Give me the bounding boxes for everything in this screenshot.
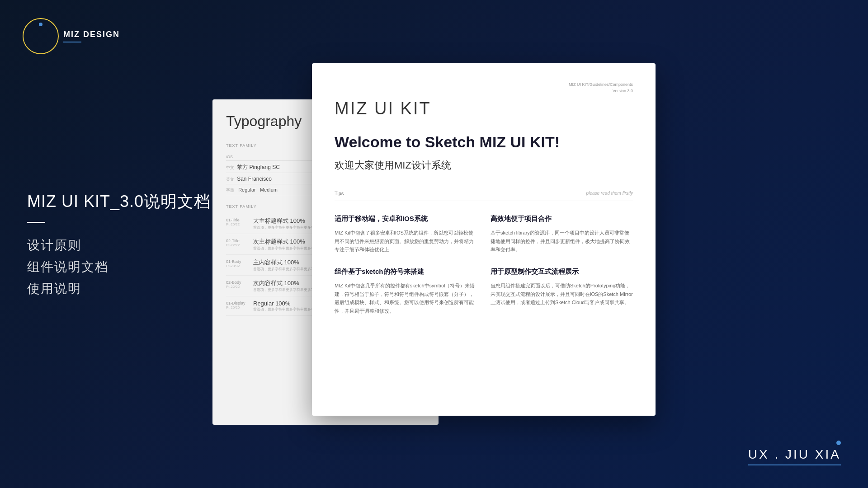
cards-area: MIZ UI KIT/Guidelines/Components Version… xyxy=(212,63,642,425)
signature-underline xyxy=(748,465,841,465)
feature-title-2: 组件基于sketch的符号来搭建 xyxy=(335,267,477,276)
feature-desc-3: 当您用组件搭建完页面以后，可借助Sketch的Prototyping功能，来实现… xyxy=(491,282,633,307)
logo-text: MIZ DESIGN xyxy=(63,30,120,40)
left-content: MIZ UI KIT_3.0说明文档 设计原则 组件说明文档 使用说明 xyxy=(27,191,211,297)
features-grid: 适用于移动端，安卓和IOS系统 MIZ Kit中包含了很多安卓和IOS系统的组件… xyxy=(335,215,633,315)
feature-desc-2: MIZ Kit中包含几乎所有的控件都有sketch中symbol（符号）来搭建，… xyxy=(335,282,477,315)
signature-dot xyxy=(836,441,841,445)
feature-3: 用于原型制作交互式流程展示 当您用组件搭建完页面以后，可借助Sketch的Pro… xyxy=(491,267,633,315)
type-sub-4: Pt-20/20 xyxy=(226,305,249,310)
logo-underline xyxy=(63,42,81,42)
tips-label: Tips xyxy=(335,191,344,196)
type-sub-2: Pt-28/32 xyxy=(226,264,249,268)
nav-item-0[interactable]: 设计原则 xyxy=(27,237,211,254)
logo-area: MIZ DESIGN xyxy=(23,18,120,54)
welcome-subtitle: 欢迎大家使用MIZ设计系统 xyxy=(335,159,633,172)
main-card: MIZ UI KIT/Guidelines/Components Version… xyxy=(312,63,656,416)
signature: UX . JIU XIA xyxy=(748,447,841,465)
feature-2: 组件基于sketch的符号来搭建 MIZ Kit中包含几乎所有的控件都有sket… xyxy=(335,267,477,315)
feature-desc-1: 基于sketch library的资源库，同一个项目中的设计人员可非常便捷地使用… xyxy=(491,229,633,254)
divider xyxy=(27,222,45,223)
type-label-0: 01-Title xyxy=(226,217,249,222)
feature-title-0: 适用于移动端，安卓和IOS系统 xyxy=(335,215,477,223)
main-title: MIZ UI KIT_3.0说明文档 xyxy=(27,191,211,213)
tips-row: Tips please read them firstly xyxy=(335,186,633,201)
feature-1: 高效地便于项目合作 基于sketch library的资源库，同一个项目中的设计… xyxy=(491,215,633,254)
main-card-meta: MIZ UI KIT/Guidelines/Components Version… xyxy=(335,81,633,94)
logo-circle xyxy=(23,18,59,54)
feature-title-3: 用于原型制作交互式流程展示 xyxy=(491,267,633,276)
feature-desc-0: MIZ Kit中包含了很多安卓和IOS系统的组件，所以您可以轻松使用不同的组件来… xyxy=(335,229,477,254)
type-sub-0: Pt-20/22 xyxy=(226,222,249,226)
type-label-2: 01-Body xyxy=(226,258,249,264)
kit-title: MIZ UI KIT xyxy=(335,99,633,118)
nav-item-1[interactable]: 组件说明文档 xyxy=(27,258,211,276)
welcome-heading: Welcome to Sketch MIZ UI KIT! xyxy=(335,132,633,152)
type-label-4: 01-Display xyxy=(226,300,249,305)
tips-note: please read them firstly xyxy=(586,191,633,196)
nav-item-2[interactable]: 使用说明 xyxy=(27,280,211,297)
type-sub-1: Pt-22/22 xyxy=(226,243,249,247)
signature-text: UX . JIU XIA xyxy=(748,447,841,462)
feature-title-1: 高效地便于项目合作 xyxy=(491,215,633,223)
type-label-3: 02-Body xyxy=(226,279,249,285)
type-label-1: 02-Title xyxy=(226,238,249,243)
nav-items: 设计原则 组件说明文档 使用说明 xyxy=(27,237,211,297)
type-sub-3: Pt-22/22 xyxy=(226,285,249,289)
feature-0: 适用于移动端，安卓和IOS系统 MIZ Kit中包含了很多安卓和IOS系统的组件… xyxy=(335,215,477,254)
